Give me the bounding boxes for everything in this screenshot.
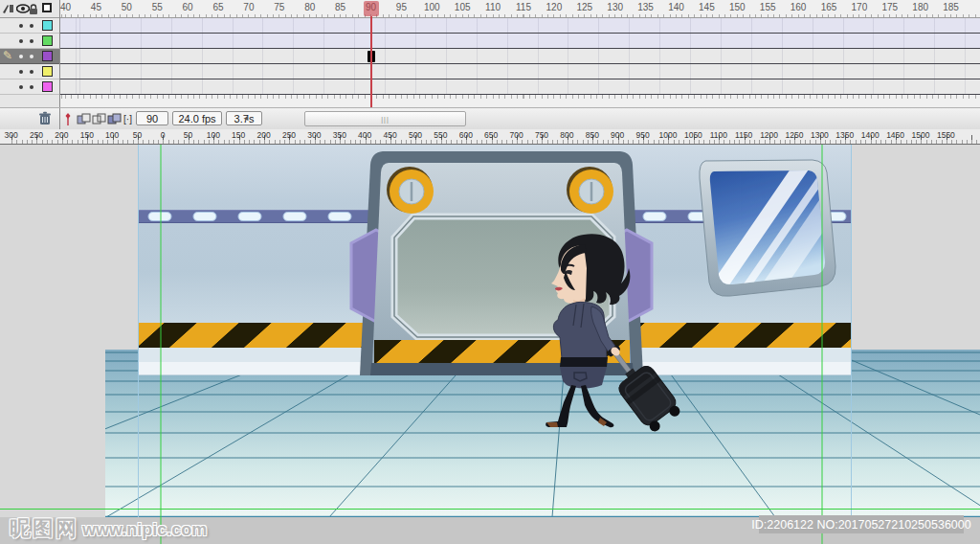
ruler-label: 200 <box>55 130 68 140</box>
ruler-label: 550 <box>434 130 447 140</box>
frame-rows[interactable] <box>60 18 980 95</box>
frame-ruler-ticks <box>60 14 980 17</box>
stripe-light <box>283 213 306 221</box>
lock-layers-icon[interactable] <box>29 3 38 15</box>
layer-frames-row[interactable] <box>60 79 980 95</box>
layer-row[interactable] <box>0 34 59 49</box>
ruler-label: 100 <box>105 130 119 140</box>
stripe-light <box>148 213 171 221</box>
ruler-label: 200 <box>257 130 271 140</box>
frames-area[interactable]: 4045505560657075808590951001051101151201… <box>60 0 980 107</box>
layer-row[interactable] <box>0 79 59 95</box>
belt <box>560 357 608 367</box>
frame-label: 70 <box>243 2 254 12</box>
stripe-light <box>193 213 216 221</box>
ruler-label: 1050 <box>684 130 702 140</box>
show-hide-layers-eye-icon[interactable] <box>16 3 30 14</box>
skirt <box>560 367 607 388</box>
delete-layer-trash-icon[interactable] <box>38 111 53 125</box>
layer-row[interactable] <box>0 18 59 34</box>
frame-label: 170 <box>852 2 868 12</box>
layer-row[interactable]: ✎ <box>0 49 59 64</box>
frame-label: 130 <box>607 2 623 12</box>
window[interactable] <box>700 160 835 296</box>
ruler-label: 500 <box>409 130 422 140</box>
layer-frames-row[interactable] <box>60 34 980 49</box>
layer-row[interactable] <box>0 64 59 79</box>
watermark-brand: 昵图网 <box>10 516 78 540</box>
onion-skin-icon[interactable] <box>77 112 91 126</box>
layer-frames-row[interactable] <box>60 64 980 79</box>
ruler-label: 1000 <box>659 130 678 140</box>
watermark-url: www.nipic.com <box>82 520 207 539</box>
ruler-label: 300 <box>5 130 18 140</box>
modify-markers-icon[interactable]: [·] <box>121 112 135 126</box>
ruler-label: 800 <box>560 130 573 140</box>
ruler-label: 150 <box>80 130 94 140</box>
frame-label: 85 <box>335 2 345 12</box>
lock-dot[interactable] <box>30 55 33 58</box>
ruler-label: 600 <box>459 130 473 140</box>
center-playhead-icon[interactable] <box>63 112 78 126</box>
outline-layers-icon[interactable] <box>42 3 52 12</box>
layer-frames-row[interactable] <box>60 49 980 64</box>
frame-label: 100 <box>424 2 440 12</box>
frame-label: 80 <box>304 2 315 12</box>
scrollbar-left-arrow[interactable]: ◄ <box>242 114 250 123</box>
layers-panel-header <box>0 0 59 18</box>
frame-label: 65 <box>212 2 223 12</box>
frame-label: 145 <box>699 2 715 12</box>
lock-dot[interactable] <box>30 85 33 89</box>
image-id-bar: ID:2206122 NO:20170527210250536000 <box>759 515 964 533</box>
ruler-label: 1300 <box>811 130 829 140</box>
frame-label: 155 <box>760 2 776 12</box>
ruler-label: 1100 <box>710 130 727 140</box>
visibility-dot[interactable] <box>19 55 23 58</box>
visibility-dot[interactable] <box>19 24 23 28</box>
frame-label: 60 <box>183 2 193 12</box>
layer-frames-row[interactable] <box>60 18 980 34</box>
playhead-line[interactable] <box>370 16 372 108</box>
frame-rate-field[interactable]: 24.0 fps <box>172 111 222 125</box>
stage-area[interactable] <box>0 145 980 544</box>
ruler-label: 250 <box>30 130 43 140</box>
lock-dot[interactable] <box>30 24 33 28</box>
lock-dot[interactable] <box>30 70 33 74</box>
current-frame-field[interactable]: 90 <box>136 111 168 125</box>
stripe-light <box>328 213 351 221</box>
layer-color-swatch[interactable] <box>42 20 53 31</box>
layer-color-swatch[interactable] <box>42 51 53 61</box>
timeline-controls: [·] 90 24.0 fps 3.7s ◄ ||| <box>0 107 980 129</box>
stage-canvas[interactable] <box>0 145 980 544</box>
ruler-label: 750 <box>535 130 548 140</box>
ruler-label: 1250 <box>786 130 804 140</box>
onion-skin-outlines-icon[interactable] <box>92 112 106 126</box>
watermark: 昵图网www.nipic.com <box>10 514 207 543</box>
ruler-label: 450 <box>384 130 397 140</box>
horizontal-ruler[interactable]: 3002502001501005005010015020025030035040… <box>0 129 980 145</box>
frame-label: 75 <box>274 2 284 12</box>
playhead-marker[interactable] <box>364 1 379 16</box>
stripe-light <box>643 213 666 221</box>
frame-label: 50 <box>122 2 132 12</box>
frame-ruler[interactable]: 4045505560657075808590951001051101151201… <box>60 0 980 18</box>
frame-label: 55 <box>152 2 163 12</box>
edit-multiple-frames-icon[interactable] <box>107 112 122 126</box>
ruler-label: 1150 <box>735 130 752 140</box>
wall-scene[interactable] <box>138 145 852 375</box>
frame-label: 45 <box>91 2 101 12</box>
ruler-label: 1500 <box>912 130 930 140</box>
visibility-dot[interactable] <box>19 85 23 89</box>
visibility-dot[interactable] <box>19 39 23 43</box>
scrollbar-thumb[interactable]: ||| <box>304 111 466 126</box>
frame-label: 95 <box>396 2 407 12</box>
frame-label: 120 <box>546 2 563 12</box>
frame-label: 150 <box>729 2 746 12</box>
layer-color-swatch[interactable] <box>42 66 53 77</box>
layer-color-swatch[interactable] <box>42 81 53 92</box>
layer-color-swatch[interactable] <box>42 35 53 46</box>
frame-label: 140 <box>668 2 684 12</box>
visibility-dot[interactable] <box>19 70 23 74</box>
lock-dot[interactable] <box>30 39 33 43</box>
ruler-label: 1200 <box>760 130 778 140</box>
